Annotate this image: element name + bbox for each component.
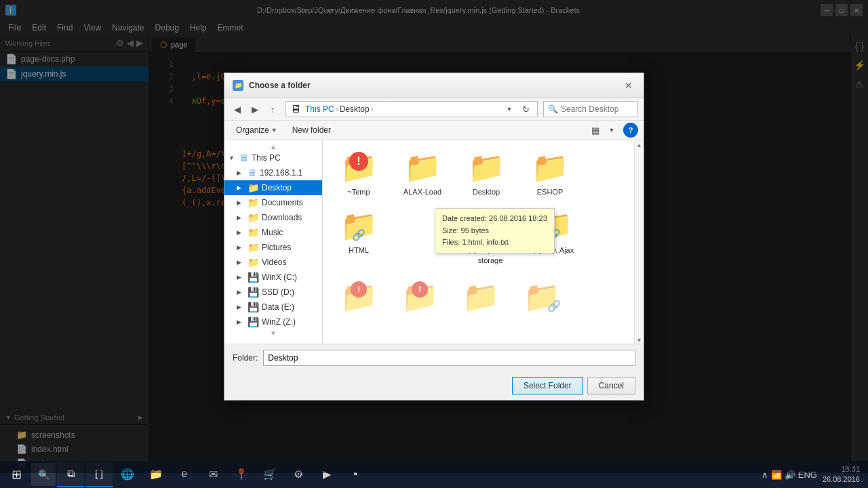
folder-partial-2[interactable]: 📁 !: [389, 275, 450, 319]
organize-button[interactable]: Organize ▼: [230, 123, 283, 138]
select-folder-button[interactable]: Select Folder: [512, 377, 583, 394]
tree-192-label: 192.168.1.1: [260, 168, 302, 178]
folder-eshop[interactable]: 📁 ESHOP: [519, 146, 580, 201]
tree-expand-icon: ▶: [237, 244, 245, 251]
html-overlay-icon: 🔗: [352, 228, 366, 241]
dialog-overlay: 📁 Choose a folder ✕ ◀ ▶ ↑ 🖥 This PC › De…: [0, 0, 868, 473]
folder-eshop-name: ESHOP: [537, 187, 564, 197]
tree-pictures[interactable]: ▶ 📁 Pictures: [224, 240, 322, 255]
scroll-up-btn[interactable]: ▲: [636, 142, 642, 148]
tree-expand-icon: ▶: [237, 169, 245, 176]
dialog-folder-bar: Folder:: [224, 344, 644, 371]
partial-folders-row: 📁 ! 📁 ! 📁: [328, 275, 638, 319]
folder-temp[interactable]: 📁 ! ~Temp: [328, 146, 389, 201]
ajax-overlay-icon: 🔗: [547, 228, 561, 241]
tree-ssd[interactable]: ▶ 💾 SSD (D:): [224, 285, 322, 300]
dialog-nav-bar: ◀ ▶ ↑ 🖥 This PC › Desktop › ▼ ↻ 🔍: [224, 98, 644, 121]
folder-temp-icon-wrap: 📁 !: [340, 150, 378, 184]
folder-label: Folder:: [233, 353, 258, 363]
tree-videos-label: Videos: [262, 258, 286, 267]
winx-drive-icon: 💾: [248, 272, 259, 283]
folder-alax-name: ALAX-Load: [403, 187, 441, 197]
new-folder-label: New folder: [292, 125, 331, 135]
folder-html-name: HTML: [349, 245, 369, 255]
breadcrumb-sep: ›: [336, 104, 338, 114]
folder-alax-icon-wrap: 📁: [403, 150, 441, 184]
tree-winz-label: WinZ (Z:): [262, 317, 296, 327]
tree-thispc[interactable]: ▼ 🖥 This PC: [224, 150, 322, 165]
dialog-title-icon: 📁: [233, 80, 243, 91]
partial2-overlay: !: [412, 281, 428, 298]
folder-desktop-icon-wrap: 📁: [467, 150, 505, 184]
folder-jquery-local-name: jQuery Local storage: [463, 245, 517, 265]
tree-downloads-label: Downloads: [262, 213, 302, 222]
view-dropdown-button[interactable]: ▼: [604, 123, 619, 138]
view-mode-button[interactable]: ▦: [588, 123, 603, 138]
tree-documents[interactable]: ▶ 📁 Documents: [224, 195, 322, 210]
tree-expand-icon: ▶: [237, 184, 245, 191]
partial4-overlay-icon: 🔗: [547, 300, 561, 312]
folder-html[interactable]: 📁 🔗 HTML: [328, 204, 389, 270]
dialog-titlebar: 📁 Choose a folder ✕: [224, 73, 644, 98]
tree-videos[interactable]: ▶ 📁 Videos: [224, 255, 322, 270]
cancel-button[interactable]: Cancel: [587, 377, 635, 394]
tree-ssd-label: SSD (D:): [262, 287, 294, 297]
folder-jquery-ajax-name: jQuery. Ajax: [534, 245, 574, 255]
pictures-folder-icon: 📁: [248, 242, 259, 253]
tree-winz[interactable]: ▶ 💾 WinZ (Z:): [224, 314, 322, 329]
partial4-icon-wrap: 📁 🔗: [523, 280, 561, 314]
folder-tree: ▲ ▼ 🖥 This PC ▶ 🖥 192.168.1.1 ▶ 📁 Deskto…: [224, 140, 323, 344]
help-button[interactable]: ?: [623, 123, 638, 138]
folder-partial-3[interactable]: 📁: [450, 275, 511, 319]
tree-music-label: Music: [262, 228, 283, 237]
taskbar-date: 26.08.2016: [823, 474, 860, 485]
folder-partial-1[interactable]: 📁 !: [328, 275, 389, 319]
folder-alax[interactable]: 📁 ALAX-Load: [392, 146, 453, 201]
jquery-local-folder-icon: 📁: [472, 211, 509, 241]
grid-scrollbar[interactable]: ▲ ▼: [634, 140, 644, 344]
tree-expand-icon: ▶: [237, 319, 245, 325]
folder-partial-4[interactable]: 📁 🔗: [511, 275, 572, 319]
scroll-down-btn[interactable]: ▼: [636, 337, 642, 344]
folder-eshop-icon-wrap: 📁: [531, 150, 569, 184]
folder-desktop[interactable]: 📁 Desktop: [456, 146, 517, 201]
breadcrumb-thispc[interactable]: This PC: [305, 104, 334, 114]
partial1-icon-wrap: 📁 !: [340, 280, 378, 314]
forward-button[interactable]: ▶: [248, 102, 262, 117]
computer-icon: 🖥: [290, 103, 301, 115]
folder-input[interactable]: [263, 350, 635, 366]
breadcrumb-dropdown[interactable]: ▼: [502, 102, 517, 117]
search-magnifier-icon: 🔍: [548, 104, 558, 114]
desktop-folder-big-icon: 📁: [468, 152, 505, 182]
folder-jquery-local[interactable]: 📁 jQuery Local storage: [460, 204, 521, 270]
back-button[interactable]: ◀: [230, 102, 245, 117]
refresh-button[interactable]: ↻: [518, 102, 533, 117]
desktop-folder-icon: 📁: [248, 182, 259, 193]
scroll-up-indicator[interactable]: ▲: [224, 143, 322, 150]
tree-expand-icon: ▶: [237, 304, 245, 310]
new-folder-button[interactable]: New folder: [286, 123, 337, 138]
tree-expand-icon: ▶: [237, 289, 245, 296]
view-toggle: ▦ ▼ ?: [588, 123, 638, 138]
tree-pictures-label: Pictures: [262, 243, 291, 252]
alax-folder-icon: 📁: [404, 152, 441, 182]
dialog-body: ▲ ▼ 🖥 This PC ▶ 🖥 192.168.1.1 ▶ 📁 Deskto…: [224, 140, 644, 344]
folder-jquery-ajax[interactable]: 📁 🔗 jQuery. Ajax: [524, 204, 585, 270]
tree-expand-icon: ▶: [237, 274, 245, 281]
scroll-down-indicator[interactable]: ▼: [224, 329, 322, 337]
folder-jquery-local-icon-wrap: 📁: [471, 209, 509, 243]
dialog-close-button[interactable]: ✕: [622, 79, 635, 92]
search-input[interactable]: [561, 104, 635, 114]
folder-html-icon-wrap: 📁 🔗: [340, 209, 378, 243]
file-grid: 📁 ! ~Temp 📁 ALAX-Load 📁: [323, 140, 644, 344]
tree-winx[interactable]: ▶ 💾 WinX (C:): [224, 270, 322, 285]
up-button[interactable]: ↑: [265, 102, 280, 117]
tree-documents-label: Documents: [262, 198, 303, 207]
tree-music[interactable]: ▶ 📁 Music: [224, 225, 322, 240]
tree-desktop[interactable]: ▶ 📁 Desktop: [224, 180, 322, 195]
tree-192[interactable]: ▶ 🖥 192.168.1.1: [224, 165, 322, 180]
tree-expand-icon: ▶: [237, 199, 245, 206]
tree-data[interactable]: ▶ 💾 Data (E:): [224, 300, 322, 314]
tree-downloads[interactable]: ▶ 📁 Downloads: [224, 210, 322, 225]
ssd-drive-icon: 💾: [248, 287, 259, 298]
